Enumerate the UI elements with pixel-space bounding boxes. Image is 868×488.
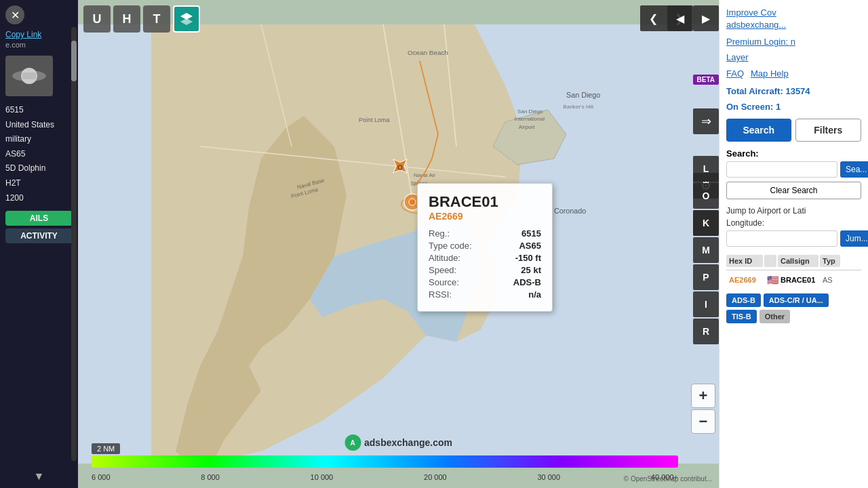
svg-marker-28	[387, 152, 414, 180]
letter-nav: L O K M P I R	[693, 156, 719, 344]
h-button[interactable]: H	[113, 5, 140, 33]
activity-button[interactable]: ACTIVITY	[5, 228, 73, 243]
scroll-thumb[interactable]	[71, 41, 77, 81]
m-nav-button[interactable]: M	[693, 237, 719, 263]
popup-rssi-value: n/a	[528, 289, 541, 300]
sidebar-type-code: AS65	[5, 147, 73, 162]
k-nav-button[interactable]: K	[693, 210, 719, 236]
popup-type-label: Type code:	[429, 241, 472, 251]
pan-nav: ◀ ▶	[667, 5, 719, 31]
total-aircraft-value: 13574	[785, 86, 810, 96]
t-button[interactable]: T	[143, 5, 170, 33]
popup-alt-row: Altitude: -150 ft	[429, 253, 541, 263]
total-aircraft-label: Total Aircraft:	[726, 86, 783, 96]
search-input[interactable]	[726, 161, 837, 178]
u-button[interactable]: U	[83, 5, 111, 33]
clear-search-button[interactable]: Clear Search	[726, 182, 861, 199]
scrollbar[interactable]	[71, 27, 77, 461]
longitude-label: Longitude:	[726, 218, 861, 228]
sidebar-mil: military	[5, 132, 73, 147]
hex-id-column-header[interactable]: Hex ID	[726, 255, 763, 267]
on-screen-label: On Screen:	[726, 102, 773, 112]
i-nav-button[interactable]: I	[693, 291, 719, 317]
zoom-controls: + −	[691, 384, 715, 434]
svg-text:San Diego: San Diego	[517, 108, 543, 115]
zoom-out-button[interactable]: −	[691, 409, 715, 434]
popup-hexid: AE2669	[429, 211, 541, 222]
altitude-bar	[92, 455, 678, 468]
copy-link-button[interactable]: Copy Link	[5, 30, 73, 39]
jump-button[interactable]: Jum...	[840, 230, 868, 247]
alt-label-2: 10 000	[311, 473, 334, 481]
map-attribution: © OpenStreetMap contribut...	[624, 475, 712, 483]
popup-reg-value: 6515	[521, 228, 541, 239]
o-nav-button[interactable]: O	[693, 183, 719, 209]
p-nav-button[interactable]: P	[693, 264, 719, 290]
other-filter-button[interactable]: Other	[760, 310, 790, 323]
svg-point-31	[409, 199, 416, 205]
search-go-button[interactable]: Sea...	[840, 161, 868, 178]
layer-link[interactable]: Layer	[726, 52, 861, 62]
premium-login-link[interactable]: Premium Login: n	[726, 37, 861, 47]
jump-input[interactable]	[726, 230, 837, 247]
search-button[interactable]: Search	[726, 119, 791, 142]
prev-aircraft-button[interactable]: ❮	[640, 5, 666, 31]
faq-link[interactable]: FAQ	[726, 68, 744, 80]
details-button[interactable]: AILS	[5, 211, 73, 226]
map-area[interactable]: Ocean Beach Point Loma Naval Base Point …	[78, 0, 719, 488]
sidebar-aircraft-data: 6515 United States military AS65 5D Dolp…	[5, 103, 73, 205]
l-nav-button[interactable]: L	[693, 156, 719, 182]
layer-button[interactable]	[173, 5, 200, 33]
aircraft-thumbnail	[5, 56, 53, 96]
popup-speed-value: 25 kt	[521, 265, 541, 275]
map-background: Ocean Beach Point Loma Naval Base Point …	[78, 0, 719, 488]
popup-speed-label: Speed:	[429, 265, 456, 275]
adsb-link[interactable]: adsbexchang...	[726, 19, 861, 31]
source-filters: ADS-B ADS-C/R / UA... TIS-B Other	[726, 293, 861, 323]
popup-rssi-row: RSSI: n/a	[429, 289, 541, 300]
primary-aircraft-icon[interactable]	[387, 152, 414, 182]
filters-button[interactable]: Filters	[795, 119, 862, 142]
jump-label: Jump to Airport or Lati	[726, 206, 861, 216]
improve-coverage-link[interactable]: Improve Cov	[726, 7, 861, 19]
on-screen-value: 1	[776, 102, 781, 112]
type-column-header[interactable]: Typ	[820, 255, 840, 267]
sidebar-altitude: 1200	[5, 191, 73, 206]
jump-section: Jump to Airport or Lati Longitude: Jum..…	[726, 206, 861, 247]
row-callsign: BRACE01	[778, 274, 818, 285]
scroll-down-icon[interactable]: ▼	[34, 470, 45, 483]
popup-rssi-label: RSSI:	[429, 289, 452, 300]
r-nav-button[interactable]: R	[693, 319, 719, 344]
flag-column-header	[764, 255, 776, 267]
pan-left-button[interactable]: ◀	[667, 5, 693, 31]
tisb-filter-button[interactable]: TIS-B	[726, 310, 757, 323]
popup-alt-label: Altitude:	[429, 253, 460, 263]
svg-text:International: International	[515, 116, 545, 122]
pan-right-button[interactable]: ▶	[693, 5, 719, 31]
adsb-logo: A adsbexchange.com	[344, 434, 452, 451]
layers-icon	[179, 12, 194, 26]
svg-text:Airport: Airport	[519, 124, 536, 130]
callsign-column-header[interactable]: Callsign	[778, 255, 818, 267]
popup-callsign: BRACE01	[429, 193, 541, 211]
alt-label-3: 20 000	[424, 473, 447, 481]
alt-label-0: 6 000	[92, 473, 111, 481]
adsb-filter-button[interactable]: ADS-B	[726, 293, 761, 307]
faq-help-row: FAQ Map Help	[726, 68, 861, 80]
on-screen-stat: On Screen: 1	[726, 102, 861, 112]
aircraft-popup: BRACE01 AE2669 Reg.: 6515 Type code: AS6…	[417, 183, 553, 312]
close-button[interactable]: ✕	[5, 5, 24, 24]
zoom-in-button[interactable]: +	[691, 384, 715, 408]
adsbc-filter-button[interactable]: ADS-C/R / UA...	[764, 293, 829, 307]
popup-type-row: Type code: AS65	[429, 241, 541, 251]
popup-reg-label: Reg.:	[429, 228, 450, 239]
table-row[interactable]: AE2669 🇺🇸 BRACE01 AS	[726, 273, 861, 287]
popup-source-value: ADS-B	[513, 277, 541, 287]
svg-text:Point Loma: Point Loma	[359, 117, 390, 123]
login-button[interactable]: ⇒	[693, 108, 719, 134]
svg-rect-2	[22, 73, 36, 79]
map-help-link[interactable]: Map Help	[751, 68, 789, 80]
sidebar-country: United States	[5, 118, 73, 133]
adsb-url: adsbexchange.com	[364, 437, 452, 448]
svg-text:Banker's Hill: Banker's Hill	[564, 104, 594, 110]
